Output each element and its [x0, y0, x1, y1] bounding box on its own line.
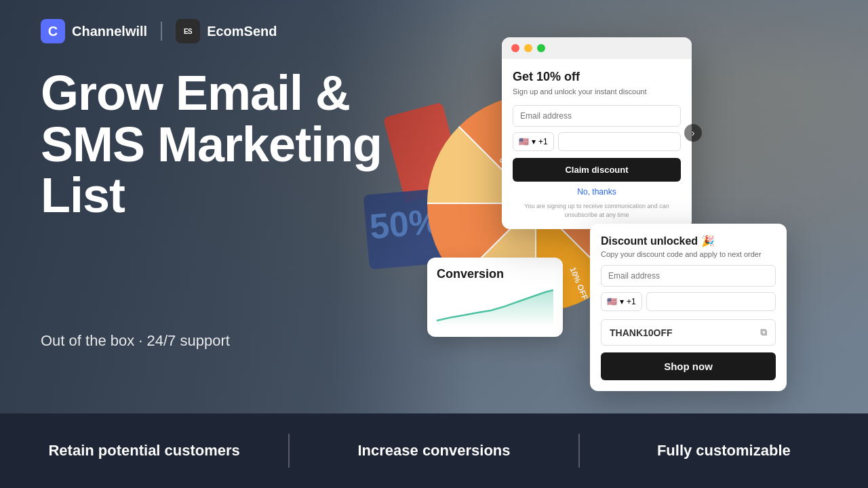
- dot-red[interactable]: [511, 44, 519, 52]
- nav-arrow[interactable]: ›: [684, 124, 702, 142]
- discount-flag-select[interactable]: 🇺🇸 ▾ +1: [601, 292, 642, 311]
- discount-dropdown-icon: ▾: [620, 297, 624, 306]
- email-input[interactable]: [513, 105, 681, 127]
- ecomsend-name: EcomSend: [207, 24, 277, 39]
- discount-title: Get 10% off: [513, 70, 681, 84]
- bottom-item-3: Fully customizable: [580, 442, 868, 460]
- discount-popup: Get 10% off Sign up and unlock your inst…: [502, 37, 692, 229]
- mac-titlebar: [502, 37, 692, 59]
- phone-row: 🇺🇸 ▾ +1: [513, 132, 681, 151]
- discount-phone-row: 🇺🇸 ▾ +1: [601, 292, 776, 311]
- ecomsend-logo[interactable]: ES EcomSend: [176, 19, 277, 43]
- conversion-chart: [437, 287, 553, 327]
- channelwill-name: Channelwill: [72, 24, 147, 39]
- mac-content: Get 10% off Sign up and unlock your inst…: [502, 59, 692, 229]
- discount-phone-code: +1: [627, 297, 636, 306]
- discount-phone-input[interactable]: [646, 292, 776, 311]
- channelwill-logo[interactable]: C Channelwill: [41, 19, 147, 43]
- discount-email-input[interactable]: [601, 265, 776, 287]
- dropdown-icon: ▾: [532, 137, 536, 146]
- bottom-bar: Retain potential customers Increase conv…: [0, 413, 868, 488]
- discount-sub: Sign up and unlock your instant discount: [513, 87, 681, 97]
- discount-code: THANK10OFF: [610, 327, 673, 338]
- bottom-item-1: Retain potential customers: [0, 442, 288, 460]
- no-thanks-link[interactable]: No, thanks: [513, 187, 681, 197]
- claim-discount-button[interactable]: Claim discount: [513, 158, 681, 182]
- bottom-item-2: Increase conversions: [290, 442, 578, 460]
- phone-input[interactable]: [558, 132, 681, 151]
- shop-now-button[interactable]: Shop now: [601, 352, 776, 380]
- dot-yellow[interactable]: [524, 44, 532, 52]
- ecomsend-icon: ES: [176, 19, 200, 43]
- dot-green[interactable]: [537, 44, 545, 52]
- main-hero: 50% C Channelwill ES EcomSend Grow Email…: [0, 0, 868, 413]
- copy-icon[interactable]: ⧉: [760, 327, 767, 338]
- fine-print: You are signing up to receive communicat…: [513, 202, 681, 219]
- subtitle-text: Out of the box · 24/7 support: [41, 332, 230, 350]
- headline-text: Grow Email & SMS Marketing List: [41, 68, 382, 222]
- discount-unlocked-subtitle: Copy your discount code and apply to nex…: [601, 250, 776, 258]
- conversion-card: Conversion: [427, 258, 563, 337]
- flag-select[interactable]: 🇺🇸 ▾ +1: [513, 132, 554, 151]
- phone-code: +1: [538, 137, 548, 146]
- headline-block: Grow Email & SMS Marketing List: [41, 68, 382, 222]
- discount-flag-icon: 🇺🇸: [607, 297, 617, 306]
- discount-code-box: THANK10OFF ⧉: [601, 319, 776, 346]
- flag-icon: 🇺🇸: [519, 137, 529, 146]
- discount-unlocked-panel: Discount unlocked 🎉 Copy your discount c…: [590, 224, 787, 391]
- discount-unlocked-title: Discount unlocked 🎉: [601, 235, 776, 247]
- logos-bar: C Channelwill ES EcomSend: [41, 19, 277, 43]
- conversion-card-title: Conversion: [437, 267, 553, 281]
- channelwill-icon: C: [41, 19, 65, 43]
- logo-divider: [161, 22, 162, 41]
